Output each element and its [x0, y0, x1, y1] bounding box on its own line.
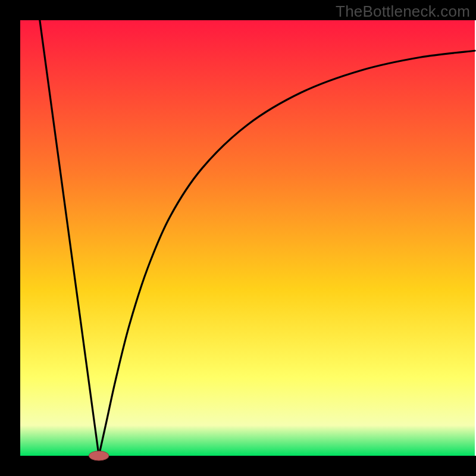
plot-background: [20, 20, 475, 456]
frame-left: [0, 0, 20, 476]
chart-container: { "watermark": "TheBottleneck.com", "col…: [0, 0, 476, 476]
optimal-point-marker: [89, 451, 109, 461]
frame-bottom: [0, 456, 476, 476]
watermark-text: TheBottleneck.com: [336, 2, 470, 21]
bottleneck-chart: [0, 0, 476, 476]
